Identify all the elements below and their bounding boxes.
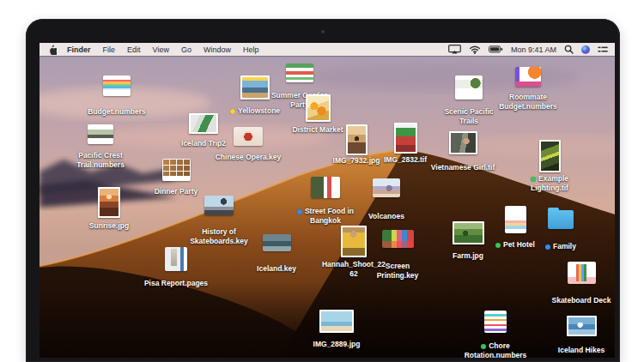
file-skateboard-deck-label: Skateboard Deck [543,296,615,305]
file-chore-rotation-numbers[interactable]: ChoreRotation.numbers [457,311,534,333]
display-mirroring-icon[interactable] [448,45,461,54]
file-yellowstone-thumbnail [240,75,270,100]
folder-family[interactable]: Family [522,210,599,229]
file-sunrise-jpg[interactable]: Sunrise.jpg [70,187,148,218]
file-chore-rotation-numbers-thumbnail [484,311,507,333]
file-iceland-key[interactable]: Iceland.key [238,234,315,251]
file-pacific-crest-trail-numbers-thumbnail [88,124,113,144]
file-screen-printing-key-label: ScreenPrinting.key [359,262,436,281]
menu-item-edit[interactable]: Edit [121,45,147,54]
spotlight-search-icon[interactable] [564,45,574,54]
menu-item-go[interactable]: Go [175,45,197,54]
file-history-of-skateboards-key-thumbnail [204,196,234,215]
file-sunrise-jpg-thumbnail [98,187,120,218]
file-example-lighting-tif-tag-dot [531,177,536,182]
file-img-2889-jpg-label: IMG_2889.jpg [298,340,375,349]
file-district-market-thumbnail [306,94,331,122]
file-street-food-in-bangkok-tag-dot [297,209,302,214]
menu-item-file[interactable]: File [97,45,122,54]
screen: FinderFileEditViewGoWindowHelp [39,43,615,358]
file-iceland-hikes-label: Iceland Hikes [543,346,615,355]
file-skateboard-deck[interactable]: Skateboard Deck [543,262,615,284]
file-farm-jpg-label: Farm.jpg [429,251,507,261]
file-roommate-budget-numbers-thumbnail [515,67,541,87]
siri-icon[interactable] [581,45,590,54]
file-screen-printing-key-thumbnail [382,230,414,248]
menu-bar-status: Mon 9:41 AM [448,45,615,54]
file-pet-hotel-tag-dot [495,243,501,248]
file-sunrise-jpg-label: Sunrise.jpg [70,221,148,231]
file-pisa-report-pages[interactable]: Pisa Report.pages [137,247,215,271]
file-budget-numbers-thumbnail [103,75,131,96]
file-iceland-key-thumbnail [263,234,291,251]
desktop[interactable]: Budget.numbersSummer GardenPartyYellowst… [39,56,615,358]
file-pacific-crest-trail-numbers[interactable]: Pacific CrestTrail.numbers [62,124,139,144]
folder-family-tag-dot [545,244,550,250]
folder-family-label: Family [522,242,599,251]
file-chinese-opera-key-thumbnail [234,127,263,146]
file-chinese-opera-key-label: Chinese Opera.key [210,153,287,162]
file-chinese-opera-key[interactable]: Chinese Opera.key [210,127,287,146]
file-pacific-crest-trail-numbers-label: Pacific CrestTrail.numbers [62,151,139,170]
file-screen-printing-key[interactable]: ScreenPrinting.key [359,230,436,248]
file-iceland-hikes[interactable]: Iceland Hikes [543,316,615,336]
file-iceland-hikes-thumbnail [567,316,597,336]
file-budget-numbers[interactable]: Budget.numbers [78,75,155,96]
menu-bar: FinderFileEditViewGoWindowHelp [39,43,615,56]
menu-item-window[interactable]: Window [197,45,237,54]
file-scenic-pacific-trails[interactable]: Scenic PacificTrails [430,75,507,100]
file-district-market[interactable]: District Market [279,94,356,122]
file-skateboard-deck-thumbnail [568,262,596,284]
webcam-icon [321,30,325,33]
file-chore-rotation-numbers-tag-dot [481,344,486,349]
file-volcanoes-label: Volcanoes [348,212,425,221]
macbook-frame: FinderFileEditViewGoWindowHelp [26,19,620,362]
file-img-7932-jpg-thumbnail [346,124,368,155]
file-vietnamese-girl-tif[interactable]: Vietnamese Girl.tif [424,131,501,154]
file-dinner-party-thumbnail [162,159,191,181]
file-volcanoes-thumbnail [373,178,400,197]
file-dinner-party[interactable]: Dinner Party [137,159,215,181]
battery-icon[interactable] [489,45,503,53]
file-scenic-pacific-trails-thumbnail [455,75,483,100]
file-history-of-skateboards-key[interactable]: History ofSkateboards.key [180,196,258,215]
file-budget-numbers-label: Budget.numbers [78,107,155,117]
file-vietnamese-girl-tif-label: Vietnamese Girl.tif [424,163,501,172]
file-example-lighting-tif[interactable]: ExampleLighting.tif [511,140,588,172]
folder-family-thumbnail [548,210,574,229]
menu-bar-left: FinderFileEditViewGoWindowHelp [39,45,264,55]
menu-item-view[interactable]: View [147,45,175,54]
wifi-icon[interactable] [469,45,481,54]
menu-item-finder[interactable]: Finder [61,45,97,54]
apple-menu-icon[interactable] [48,45,58,55]
menu-bar-clock[interactable]: Mon 9:41 AM [511,45,556,54]
file-img-2889-jpg-thumbnail [319,310,354,333]
menu-item-help[interactable]: Help [237,45,265,54]
file-street-food-in-bangkok-thumbnail [311,177,340,198]
file-example-lighting-tif-label: ExampleLighting.tif [511,174,588,193]
file-pisa-report-pages-thumbnail [165,247,187,271]
menu-items: FinderFileEditViewGoWindowHelp [61,45,264,54]
file-img-2832-tif-thumbnail [394,123,417,154]
file-chore-rotation-numbers-label: ChoreRotation.numbers [457,341,534,358]
file-img-2889-jpg[interactable]: IMG_2889.jpg [298,310,375,333]
notification-center-icon[interactable] [598,45,608,54]
file-pisa-report-pages-label: Pisa Report.pages [137,279,215,288]
file-vietnamese-girl-tif-thumbnail [449,131,477,154]
file-volcanoes[interactable]: Volcanoes [348,178,425,197]
file-example-lighting-tif-thumbnail [539,140,561,172]
file-iceland-key-label: Iceland.key [238,264,315,274]
